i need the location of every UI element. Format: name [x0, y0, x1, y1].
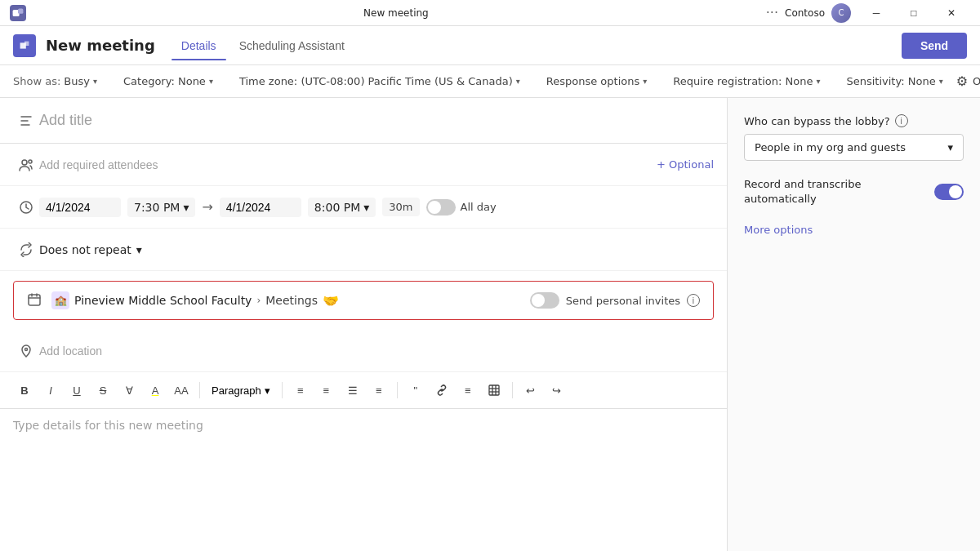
lobby-selector[interactable]: People in my org and guests ▾ — [744, 134, 964, 161]
svg-point-6 — [25, 348, 28, 350]
toolbar: Show as: Busy ▾ Category: None ▾ Time zo… — [0, 65, 980, 98]
repeat-selector[interactable]: Does not repeat ▾ — [39, 243, 714, 256]
end-time-selector[interactable]: 8:00 PM ▾ — [308, 198, 376, 217]
meeting-title: New meeting — [46, 37, 155, 54]
show-as-selector[interactable]: Show as: Busy ▾ — [13, 75, 97, 87]
timezone-label: Time zone: (UTC-08:00) Pacific Time (US … — [239, 75, 513, 87]
form-area: + Optional 7:30 PM ▾ → 8:00 PM — [0, 98, 727, 551]
attendees-field-container: + Optional — [39, 158, 714, 171]
numbering-button[interactable]: ≡ — [368, 379, 390, 402]
registration-caret-icon: ▾ — [816, 77, 820, 86]
location-input[interactable] — [39, 344, 714, 358]
channel-name[interactable]: Pineview Middle School Faculty — [74, 294, 252, 307]
underline-button[interactable]: U — [65, 379, 88, 402]
category-label: Category: None — [123, 75, 206, 87]
lobby-info-icon[interactable]: i — [895, 114, 908, 127]
editor-content-placeholder[interactable]: Type details for this new meeting — [0, 409, 727, 474]
redo-button[interactable]: ↪ — [546, 379, 568, 402]
nav-tabs: Details Scheduling Assistant — [172, 33, 354, 59]
link-button[interactable] — [430, 379, 453, 402]
repeat-icon — [13, 242, 39, 257]
category-selector[interactable]: Category: None ▾ — [123, 75, 213, 87]
teams-app-logo — [13, 34, 36, 57]
record-toggle[interactable] — [934, 184, 964, 200]
lobby-question-label: Who can bypass the lobby? — [744, 115, 890, 127]
tab-details[interactable]: Details — [172, 33, 226, 59]
attendees-input[interactable] — [39, 158, 657, 171]
start-time-caret-icon: ▾ — [183, 201, 189, 214]
main-layout: + Optional 7:30 PM ▾ → 8:00 PM — [0, 98, 980, 551]
align-left-button[interactable]: ≡ — [289, 379, 312, 402]
sensitivity-caret-icon: ▾ — [939, 77, 943, 86]
repeat-caret-icon: ▾ — [136, 243, 142, 256]
align-center-button[interactable]: ≡ — [315, 379, 338, 402]
title-row — [0, 98, 727, 144]
editor-area: B I U S ∀ A AA Paragraph ▾ ≡ ≡ ☰ ≡ " — [0, 372, 727, 474]
send-invites-info-icon[interactable]: i — [687, 294, 700, 307]
repeat-value: Does not repeat — [39, 243, 131, 256]
format1-button[interactable]: ∀ — [118, 379, 140, 402]
start-time-value: 7:30 PM — [134, 201, 180, 214]
close-button[interactable]: ✕ — [933, 0, 970, 26]
clock-icon — [13, 200, 39, 215]
send-invites-toggle[interactable] — [530, 292, 559, 309]
duration-badge: 30m — [382, 198, 419, 216]
send-invites-label: Send personal invites — [566, 295, 680, 307]
svg-rect-5 — [29, 295, 40, 305]
response-options-selector[interactable]: Response options ▾ — [546, 75, 647, 87]
send-invites-container: Send personal invites i — [530, 292, 700, 309]
strikethrough-button[interactable]: S — [91, 379, 114, 402]
maximize-button[interactable]: □ — [895, 0, 933, 26]
options-button[interactable]: ⚙ Options — [956, 73, 980, 89]
minimize-button[interactable]: ─ — [858, 0, 895, 26]
window-title: New meeting — [363, 7, 429, 19]
send-button[interactable]: Send — [902, 33, 967, 59]
bullets-button[interactable]: ☰ — [341, 379, 364, 402]
start-time-selector[interactable]: 7:30 PM ▾ — [127, 198, 195, 217]
channel-row: 🏫 Pineview Middle School Faculty › Meeti… — [13, 281, 714, 320]
allday-toggle[interactable] — [426, 199, 456, 216]
registration-selector[interactable]: Require registration: None ▾ — [673, 75, 820, 87]
category-caret-icon: ▾ — [209, 77, 213, 86]
optional-button[interactable]: + Optional — [657, 158, 714, 171]
editor-toolbar: B I U S ∀ A AA Paragraph ▾ ≡ ≡ ☰ ≡ " — [0, 372, 727, 409]
start-date-input[interactable] — [39, 198, 121, 217]
end-time-value: 8:00 PM — [314, 201, 360, 214]
right-panel: Who can bypass the lobby? i People in my… — [727, 98, 980, 551]
title-icon — [13, 113, 39, 128]
show-as-label: Show as: — [13, 75, 60, 87]
paragraph-selector[interactable]: Paragraph ▾ — [207, 383, 275, 398]
svg-point-3 — [29, 160, 32, 163]
titlebar: New meeting ··· Contoso C ─ □ ✕ — [0, 0, 980, 26]
allday-label: All day — [461, 201, 497, 213]
response-options-label: Response options — [546, 75, 639, 87]
tab-scheduling-assistant[interactable]: Scheduling Assistant — [229, 33, 354, 59]
date-arrow-icon: → — [202, 199, 212, 215]
title-input[interactable] — [39, 112, 714, 129]
channel-logo-icon: 🏫 — [51, 291, 69, 309]
svg-point-2 — [22, 160, 27, 165]
bold-button[interactable]: B — [13, 379, 36, 402]
end-date-input[interactable] — [220, 198, 301, 217]
font-size-button[interactable]: AA — [170, 379, 193, 402]
user-avatar[interactable]: C — [831, 3, 851, 23]
lobby-label-container: Who can bypass the lobby? i — [744, 114, 964, 127]
more-options-link[interactable]: More options — [744, 224, 813, 236]
datetime-row: 7:30 PM ▾ → 8:00 PM ▾ 30m All day — [0, 186, 727, 229]
italic-button[interactable]: I — [39, 379, 62, 402]
timezone-selector[interactable]: Time zone: (UTC-08:00) Pacific Time (US … — [239, 75, 520, 87]
datetime-field-container: 7:30 PM ▾ → 8:00 PM ▾ 30m All day — [39, 198, 714, 217]
table-button[interactable] — [483, 379, 506, 402]
paragraph-caret-icon: ▾ — [265, 384, 270, 397]
highlight-button[interactable]: A — [144, 379, 167, 402]
undo-button[interactable]: ↩ — [519, 379, 542, 402]
text-align-button[interactable]: ≡ — [457, 379, 479, 402]
options-label: Options — [973, 75, 980, 87]
teams-logo-icon — [10, 5, 26, 21]
quote-button[interactable]: " — [404, 379, 427, 402]
channel-emoji-icon: 🤝 — [323, 293, 339, 309]
channel-subchannel[interactable]: Meetings — [265, 294, 318, 307]
registration-label: Require registration: None — [673, 75, 813, 87]
more-options-icon[interactable]: ··· — [766, 5, 778, 20]
sensitivity-selector[interactable]: Sensitivity: None ▾ — [846, 75, 942, 87]
